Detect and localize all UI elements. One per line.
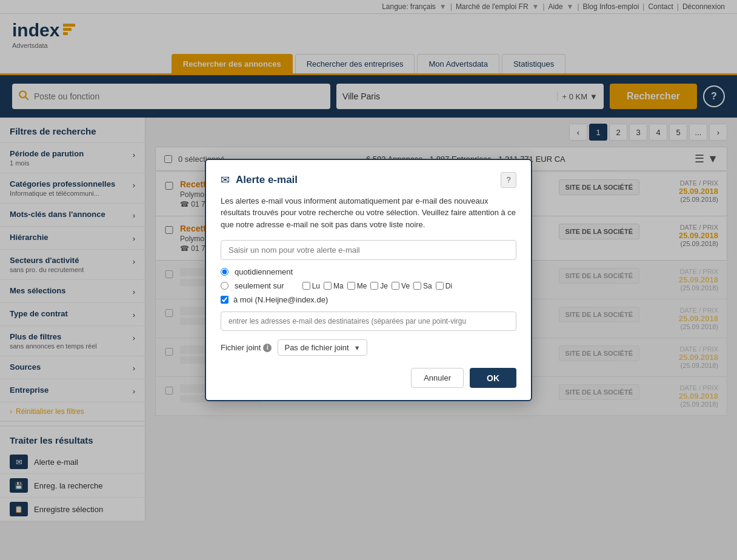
- alert-name-input[interactable]: [221, 240, 516, 260]
- modal-description: Les alertes e-mail vous informent automa…: [221, 195, 516, 231]
- frequency-radio-custom: seulement sur Lu Ma Me Je Ve Sa Di: [221, 281, 516, 290]
- email-alert-modal: ✉ Alerte e-mail ? Les alertes e-mail vou…: [205, 159, 532, 402]
- day-di[interactable]: [436, 282, 444, 290]
- modal-overlay: ✉ Alerte e-mail ? Les alertes e-mail vou…: [0, 0, 737, 521]
- recipients-input[interactable]: [221, 312, 516, 331]
- radio-custom-label: seulement sur: [235, 281, 284, 290]
- day-sa[interactable]: [413, 282, 421, 290]
- day-ve[interactable]: [392, 282, 399, 290]
- day-row: Lu Ma Me Je Ve Sa Di: [302, 282, 452, 290]
- day-lu[interactable]: [302, 282, 310, 290]
- to-me-checkbox[interactable]: [221, 296, 228, 304]
- radio-daily-label: quotidiennement: [235, 267, 293, 276]
- attachment-select[interactable]: Pas de fichier joint ▼: [278, 339, 367, 356]
- day-ma[interactable]: [324, 282, 332, 290]
- attachment-label: Fichier joint i: [221, 343, 272, 352]
- modal-footer: Annuler OK: [221, 368, 516, 388]
- ok-button[interactable]: OK: [470, 368, 516, 388]
- day-je[interactable]: [370, 282, 378, 290]
- modal-help-button[interactable]: ?: [501, 172, 516, 188]
- to-me-checkbox-row: à moi (N.Heijne@index.de): [221, 295, 516, 304]
- day-me[interactable]: [347, 282, 355, 290]
- chevron-down-icon: ▼: [354, 344, 361, 352]
- modal-email-icon: ✉: [221, 173, 230, 187]
- modal-header: ✉ Alerte e-mail ?: [221, 172, 516, 188]
- to-me-label: à moi (N.Heijne@index.de): [233, 295, 328, 304]
- frequency-radio-daily: quotidiennement: [221, 267, 516, 276]
- info-icon: i: [263, 344, 272, 352]
- radio-daily[interactable]: [221, 268, 228, 276]
- modal-title: Alerte e-mail: [236, 174, 495, 186]
- radio-custom[interactable]: [221, 282, 228, 290]
- cancel-button[interactable]: Annuler: [411, 368, 464, 388]
- attachment-row: Fichier joint i Pas de fichier joint ▼: [221, 339, 516, 356]
